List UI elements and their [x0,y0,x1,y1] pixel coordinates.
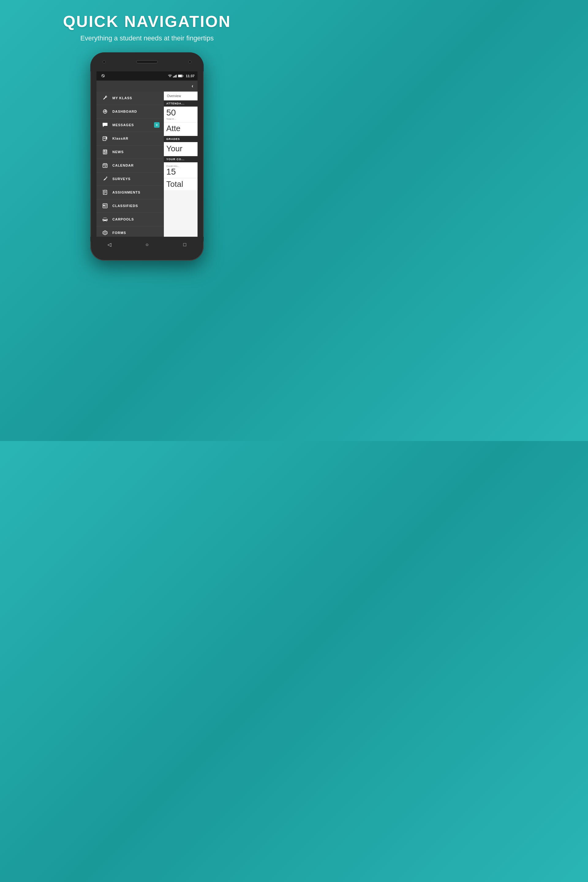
forms-icon [101,228,110,237]
total-text-block: Total [164,178,198,190]
menu-label-assignments: ASSIGNMENTS [112,190,159,194]
signal-icon [173,74,177,78]
wifi-icon [168,74,172,78]
menu-item-carpools[interactable]: CARPOOLS [96,213,164,226]
back-button[interactable]: ◁ [103,238,116,251]
courses-section-header: YOUR CO... [164,156,198,162]
dashboard-icon [101,107,110,116]
menu-label-classifieds: CLASSIFIEDS [112,204,159,208]
grades-section-header: GRADES [164,136,198,142]
menu-label-klassar: KlassAR [112,136,159,140]
attendance-large-text: Atte [166,124,180,133]
navigation-drawer: MY KLASS [96,92,164,237]
menu-item-calendar[interactable]: 10 CALENDAR [96,159,164,172]
menu-item-klassar[interactable]: KlassAR [96,132,164,146]
grades-large-text: Your [166,144,183,153]
menu-label-carpools: CARPOOLS [112,218,159,221]
back-chevron-icon[interactable]: ‹ [192,83,193,89]
svg-rect-3 [174,76,175,78]
menu-label-dashboard: DASHBOARD [112,110,159,113]
menu-item-my-klass[interactable]: MY KLASS [96,92,164,105]
svg-point-45 [103,220,104,221]
attendance-label: Total H... [166,118,195,120]
menu-label-forms: FORMS [112,231,159,235]
phone-sensor [188,60,191,63]
svg-rect-44 [104,205,105,206]
menu-item-messages[interactable]: MESSAGES 0 [96,118,164,132]
grades-text-block: Your [164,142,198,156]
menu-label-messages: MESSAGES [112,123,154,127]
phone-device: 11:37 ‹ MY KLASS [90,52,204,261]
phone-camera [103,60,106,63]
carpools-icon [101,215,110,224]
recent-button[interactable]: □ [178,238,191,251]
wrench-icon [101,94,110,102]
attendance-section-header: ATTENDA... [164,100,198,106]
svg-rect-21 [104,150,105,152]
attendance-text-block: Atte [164,123,198,136]
menu-item-news[interactable]: NEWS [96,146,164,159]
phone-top-bezel [90,52,204,71]
menu-item-dashboard[interactable]: DASHBOARD [96,105,164,118]
calendar-icon: 10 [101,161,110,170]
attendance-number: 50 [166,108,195,117]
menu-label-calendar: CALENDAR [112,164,159,167]
surveys-icon [101,175,110,183]
page-title: QUICK NAVIGATION [63,12,231,31]
page-header: QUICK NAVIGATION Everything a student ne… [63,12,231,43]
svg-rect-2 [173,76,174,78]
svg-line-1 [102,75,104,77]
phone-speaker [136,60,158,63]
credit-hrs-number: 15 [166,168,195,176]
classifieds-icon [101,201,110,210]
svg-rect-5 [176,75,177,78]
courses-stat-block: Credit Hrs... 15 [164,162,198,178]
status-right-icons: 11:37 [168,74,195,78]
menu-label-news: NEWS [112,150,159,154]
svg-rect-34 [106,177,107,178]
svg-line-15 [105,111,106,111]
messages-icon [101,121,110,129]
menu-item-assignments[interactable]: ASSIGNMENTS [96,186,164,200]
messages-badge: 0 [154,122,159,128]
page-subtitle: Everything a student needs at their fing… [63,34,231,43]
svg-point-46 [106,220,107,221]
home-button[interactable]: ○ [141,238,153,251]
menu-item-surveys[interactable]: SURVEYS [96,172,164,186]
svg-rect-8 [178,75,182,77]
svg-rect-47 [103,218,107,220]
status-bar: 11:37 [96,71,198,81]
attendance-stat-block: 50 Total H... [164,106,198,123]
menu-label-surveys: SURVEYS [112,177,159,181]
klassar-icon [101,134,110,143]
menu-item-classifieds[interactable]: CLASSIFIEDS [96,200,164,213]
svg-text:10: 10 [104,165,106,167]
overview-panel: Overview ATTENDA... 50 Total H... Atte G… [164,92,198,237]
no-service-icon [101,74,105,78]
news-icon [101,148,110,156]
overview-title: Overview [164,92,198,100]
menu-item-forms[interactable]: FORMS [96,226,164,237]
phone-screen: 11:37 ‹ MY KLASS [96,71,198,237]
svg-rect-4 [175,75,176,78]
screen-content: MY KLASS [96,92,198,237]
status-time: 11:37 [186,74,195,78]
phone-bottom-nav: ◁ ○ □ [90,237,204,253]
svg-rect-7 [183,75,183,76]
status-left-icons [99,74,167,78]
assignments-icon [101,188,110,196]
total-large-text: Total [166,180,183,189]
app-nav-bar: ‹ [96,81,198,92]
battery-icon [178,74,183,78]
menu-label-my-klass: MY KLASS [112,96,159,100]
